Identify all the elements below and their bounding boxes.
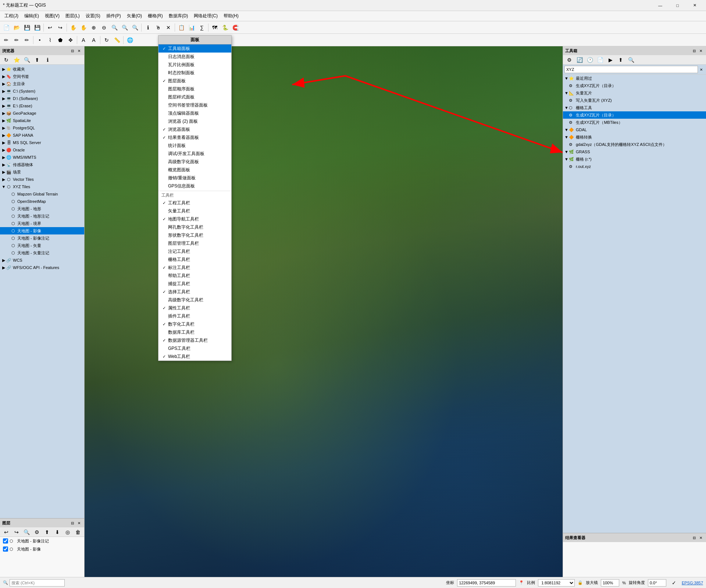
browser-tree-item[interactable]: ▶🗄MS SQL Server bbox=[0, 139, 84, 146]
layer-item[interactable]: ⬡天地图 - 影像注记 bbox=[0, 537, 84, 545]
browser-tree-item[interactable]: ▶⭐收藏夹 bbox=[0, 65, 84, 73]
menu-item[interactable]: 插件(P) bbox=[103, 11, 124, 21]
coord-input[interactable] bbox=[457, 579, 516, 587]
browser-tree-item[interactable]: ▶🔶SAP HANA bbox=[0, 132, 84, 139]
deselect-button[interactable]: ✕ bbox=[164, 23, 173, 32]
browser-tree-item[interactable]: ⬡天地图 - 影像注记 bbox=[0, 234, 84, 242]
browser-close-button[interactable]: ✕ bbox=[76, 48, 82, 54]
open-project-button[interactable]: 📂 bbox=[12, 23, 21, 32]
layer-delete-button[interactable]: 🗑 bbox=[73, 527, 83, 537]
toolbar-dropdown-item[interactable]: 捕捉工具栏 bbox=[158, 280, 231, 288]
browser-tree-item[interactable]: ▶💻E:\ (Erase) bbox=[0, 102, 84, 110]
calc-button[interactable]: ∑ bbox=[197, 23, 207, 32]
maximize-button[interactable]: □ bbox=[669, 0, 686, 11]
toolbox-search-clear-button[interactable]: ✕ bbox=[698, 66, 705, 73]
browser-tree-item[interactable]: ▶🔖空间书签 bbox=[0, 73, 84, 80]
layer-visibility-checkbox[interactable] bbox=[3, 538, 8, 544]
results-float-button[interactable]: ⊟ bbox=[691, 535, 697, 541]
toolbox-results-button[interactable]: 📄 bbox=[595, 55, 605, 65]
layer-settings-button[interactable]: ⚙ bbox=[32, 527, 42, 537]
toolbar-dropdown-item[interactable]: 网孔数字化工具栏 bbox=[158, 223, 231, 231]
browser-tree-item[interactable]: ⬡天地图 - 境界 bbox=[0, 220, 84, 227]
panel-dropdown-item[interactable]: ✓图层面板 bbox=[158, 77, 231, 85]
toolbox-tree-item[interactable]: ▼📐矢量瓦片 bbox=[563, 89, 706, 97]
open-table-button[interactable]: 📋 bbox=[176, 23, 186, 32]
toolbox-history-button[interactable]: 🕐 bbox=[585, 55, 595, 65]
toolbar-dropdown-item[interactable]: ✓标注工具栏 bbox=[158, 263, 231, 272]
panel-dropdown-item[interactable]: 高级数字化面板 bbox=[158, 158, 231, 166]
rotate-input[interactable] bbox=[648, 579, 666, 587]
browser-tree-item[interactable]: ▶📦GeoPackage bbox=[0, 110, 84, 117]
results-close-button[interactable]: ✕ bbox=[698, 535, 704, 541]
new-project-button[interactable]: 📄 bbox=[1, 23, 11, 32]
panel-dropdown-item[interactable]: GPS信息面板 bbox=[158, 182, 231, 190]
panel-dropdown-item[interactable]: 撤销/重做面板 bbox=[158, 174, 231, 182]
toolbox-tree-item[interactable]: ⚙r.out.xyz bbox=[563, 163, 706, 170]
toolbox-tree-item[interactable]: ⚙gdal2xyz（GDAL支持的栅格转XYZ ASCII点文件） bbox=[563, 141, 706, 148]
toolbar-dropdown-item[interactable]: 插件工具栏 bbox=[158, 312, 231, 320]
scale-select[interactable]: 1:8081192 bbox=[538, 579, 575, 587]
browser-tree-item[interactable]: ⬡天地图 - 矢量 bbox=[0, 242, 84, 249]
identify-button[interactable]: ℹ bbox=[143, 23, 153, 32]
toolbox-tree-item[interactable]: ⚙写入矢量瓦片 (XYZ) bbox=[563, 97, 706, 104]
label-tool2-button[interactable]: A bbox=[89, 35, 99, 45]
panel-dropdown-item[interactable]: 调试/开发工具面板 bbox=[158, 150, 231, 158]
layer-down-button[interactable]: ⬇ bbox=[53, 527, 62, 537]
measure-button[interactable]: 📏 bbox=[112, 35, 122, 45]
menu-item[interactable]: 栅格(R) bbox=[145, 11, 166, 21]
browser-tree-item[interactable]: ⬡天地图 - 矢量注记 bbox=[0, 249, 84, 257]
map-area[interactable] bbox=[85, 46, 563, 577]
toolbox-search-input[interactable] bbox=[564, 66, 698, 73]
terrain-view-button[interactable]: 🌐 bbox=[125, 35, 135, 45]
panel-dropdown-item[interactable]: ✓工具箱面板 bbox=[158, 44, 231, 53]
browser-tree-item[interactable]: ▶💻D:\ (Software) bbox=[0, 95, 84, 102]
toolbox-settings-button[interactable]: ⚙ bbox=[564, 55, 574, 65]
toolbar-dropdown-item[interactable]: 数据库工具栏 bbox=[158, 328, 231, 336]
browser-tree-item[interactable]: ▶🔗WFS/OGC API - Features bbox=[0, 264, 84, 271]
zoom-out-button[interactable]: ⊖ bbox=[99, 23, 109, 32]
draw-point-button[interactable]: • bbox=[35, 35, 44, 45]
layer-item[interactable]: ⬡天地图 - 影像 bbox=[0, 545, 84, 553]
browser-tree-item[interactable]: ▶💻C:\ (System) bbox=[0, 87, 84, 95]
save-as-button[interactable]: 💾 bbox=[32, 23, 42, 32]
layer-redo-button[interactable]: ↪ bbox=[12, 527, 21, 537]
menu-item[interactable]: 数据库(D) bbox=[166, 11, 191, 21]
browser-tree-item[interactable]: ⬡天地图 - 地形 bbox=[0, 205, 84, 212]
browser-tree-item[interactable]: ▼⬡XYZ Tiles bbox=[0, 183, 84, 190]
menu-item[interactable]: 视图(V) bbox=[42, 11, 63, 21]
browser-tree-item[interactable]: ⬡OpenStreetMap bbox=[0, 198, 84, 205]
browser-tree-item[interactable]: ⬡天地图 - 地形注记 bbox=[0, 212, 84, 220]
toolbar-dropdown-item[interactable]: ✓选择工具栏 bbox=[158, 288, 231, 296]
panel-dropdown-item[interactable]: ✓结果查看器面板 bbox=[158, 133, 231, 141]
layers-close-button[interactable]: ✕ bbox=[76, 520, 82, 526]
pan-button[interactable]: ✋ bbox=[68, 23, 78, 32]
python-button[interactable]: 🐍 bbox=[220, 23, 230, 32]
stats-button[interactable]: 📊 bbox=[187, 23, 196, 32]
browser-tree-item[interactable]: ▶📡传感器物体 bbox=[0, 161, 84, 168]
browser-tree-item[interactable]: ▶🐘PostgreSQL bbox=[0, 124, 84, 132]
browser-tree-item[interactable]: ▶🔴Oracle bbox=[0, 146, 84, 154]
pan-map-button[interactable]: ✋ bbox=[79, 23, 88, 32]
browser-collapse-button[interactable]: ⬆ bbox=[32, 55, 42, 65]
panel-dropdown-item[interactable]: 时态控制面板 bbox=[158, 69, 231, 77]
undo-button[interactable]: ↩ bbox=[45, 23, 55, 32]
menu-item[interactable]: 帮助(H) bbox=[221, 11, 242, 21]
browser-refresh-button[interactable]: ↻ bbox=[1, 55, 11, 65]
browser-tree-item[interactable]: ⬡天地图 - 影像 bbox=[0, 227, 84, 234]
toolbar-dropdown-item[interactable]: 帮助工具栏 bbox=[158, 272, 231, 280]
panel-dropdown-item[interactable]: 顶点编辑器面板 bbox=[158, 109, 231, 117]
toolbox-float-button[interactable]: ⊟ bbox=[691, 48, 697, 54]
select-button[interactable]: 🖱 bbox=[153, 23, 163, 32]
redo-button[interactable]: ↪ bbox=[56, 23, 65, 32]
zoom-full-button[interactable]: 🔍 bbox=[110, 23, 119, 32]
browser-tree-item[interactable]: ▶🎬场景 bbox=[0, 168, 84, 176]
toolbar-dropdown-item[interactable]: ✓属性工具栏 bbox=[158, 304, 231, 312]
browser-tree-item[interactable]: ▶🌿SpatiaLite bbox=[0, 117, 84, 124]
toolbox-tree-item[interactable]: ⚙生成XYZ瓦片（目录） bbox=[563, 82, 706, 89]
toolbar-dropdown-item[interactable]: GPS工具栏 bbox=[158, 344, 231, 352]
save-project-button[interactable]: 💾 bbox=[22, 23, 32, 32]
status-search-input[interactable] bbox=[10, 579, 65, 587]
panel-dropdown-item[interactable]: ✓浏览器面板 bbox=[158, 125, 231, 133]
layer-undo-button[interactable]: ↩ bbox=[1, 527, 11, 537]
toolbar-dropdown-item[interactable]: 矢量工具栏 bbox=[158, 207, 231, 215]
